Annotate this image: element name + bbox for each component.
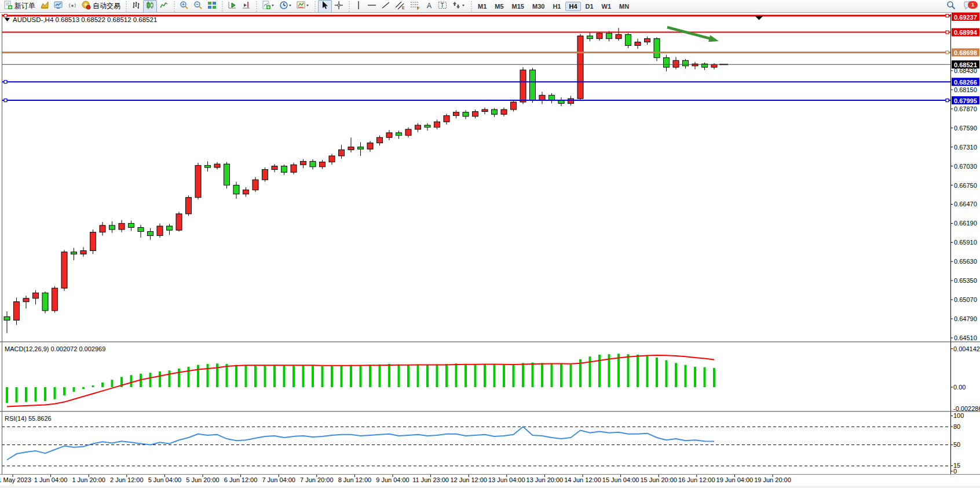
bar-chart-mode-button[interactable] (129, 0, 143, 13)
market-watch-button[interactable] (52, 0, 65, 13)
timeframe-button-M30[interactable]: M30 (529, 2, 548, 11)
svg-text:7 Jun 04:00: 7 Jun 04:00 (262, 476, 295, 483)
svg-text:0.67310: 0.67310 (954, 144, 977, 151)
svg-text:0.66750: 0.66750 (954, 182, 977, 189)
text-label-tool-button[interactable]: T (436, 0, 449, 13)
text-tool-button[interactable]: A (423, 0, 436, 13)
template-button[interactable] (294, 0, 312, 13)
line-chart-mode-button[interactable] (157, 0, 171, 13)
chart-shift-button[interactable] (239, 0, 253, 13)
auto-trading-label: 自动交易 (93, 1, 120, 11)
svg-text:0.65350: 0.65350 (954, 277, 977, 284)
timeframe-button-D1[interactable]: D1 (582, 2, 597, 11)
svg-text:6 Jun 12:00: 6 Jun 12:00 (224, 476, 258, 483)
time-axis[interactable]: 31 May 20231 Jun 04:001 Jun 20:002 Jun 1… (0, 475, 791, 483)
cursor-tool-button[interactable] (318, 0, 332, 13)
svg-text:19 Jun 04:00: 19 Jun 04:00 (716, 476, 754, 483)
svg-text:A: A (427, 1, 432, 9)
horizontal-line-icon (367, 1, 376, 12)
price-tag-0.69237: 0.69237 (952, 13, 979, 21)
svg-text:0.68266: 0.68266 (954, 79, 977, 86)
price-tag-0.68266: 0.68266 (952, 78, 979, 86)
chart-area[interactable]: MACD(12,26,9) 0.002072 0.0029690.0041420… (0, 13, 980, 488)
new-order-label: 新订单 (14, 1, 35, 11)
svg-text:16 Jun 12:00: 16 Jun 12:00 (678, 476, 715, 483)
price-tag-0.68994: 0.68994 (952, 28, 979, 37)
arrows-tool-button[interactable] (449, 0, 468, 13)
svg-text:E: E (402, 6, 405, 10)
svg-text:8 Jun 12:00: 8 Jun 12:00 (338, 476, 372, 483)
zoom-in-button[interactable] (177, 0, 191, 13)
toolbar-separator (469, 1, 473, 12)
timeframe-button-MN[interactable]: MN (616, 2, 632, 11)
svg-text:0.00: 0.00 (953, 384, 966, 391)
candlestick-icon (145, 1, 155, 12)
svg-text:0.68994: 0.68994 (954, 29, 978, 36)
hline-handle[interactable] (946, 51, 949, 54)
crosshair-tool-button[interactable] (332, 0, 346, 13)
svg-text:MACD(12,26,9) 0.002072 0.00296: MACD(12,26,9) 0.002072 0.002969 (5, 345, 105, 352)
new-order-button[interactable]: 新订单 (1, 0, 38, 13)
search-icon (946, 1, 956, 12)
svg-text:5 Jun 04:00: 5 Jun 04:00 (148, 476, 182, 483)
search-button[interactable] (944, 0, 958, 13)
svg-text:11 Jun 23:00: 11 Jun 23:00 (412, 476, 449, 483)
candlestick-mode-button[interactable] (143, 0, 157, 13)
line-chart-icon (159, 1, 169, 12)
hline-handle[interactable] (4, 99, 7, 102)
price-tag-0.68521: 0.68521 (952, 60, 979, 68)
period-selector-button[interactable] (277, 0, 294, 13)
hline-handle[interactable] (946, 99, 949, 102)
svg-text:12 Jun 12:00: 12 Jun 12:00 (450, 476, 487, 483)
hline-handle[interactable] (946, 14, 949, 17)
svg-text:0.66470: 0.66470 (954, 201, 977, 207)
svg-text:0.68698: 0.68698 (954, 49, 977, 56)
timeframe-button-M5[interactable]: M5 (491, 2, 507, 11)
svg-text:0.68521: 0.68521 (954, 61, 977, 68)
zoom-out-button[interactable] (191, 0, 205, 13)
trendline-tool-button[interactable] (379, 0, 393, 13)
trendline-icon (381, 1, 390, 12)
svg-text:13 Jun 04:00: 13 Jun 04:00 (488, 476, 525, 483)
timeframe-button-M15[interactable]: M15 (509, 2, 528, 11)
svg-text:0.67590: 0.67590 (954, 125, 977, 132)
notifications-button[interactable]: 1 (961, 0, 977, 13)
price-axis[interactable]: 0.684300.681500.678700.675900.673100.670… (950, 67, 977, 341)
toolbar-separator (347, 1, 351, 12)
add-indicator-button[interactable] (259, 0, 277, 13)
chart-title: AUDUSD-,H4 0.68513 0.68522 0.68512 0.685… (5, 16, 157, 23)
fibonacci-tool-button[interactable]: F (408, 0, 423, 13)
svg-text:1 Jun 04:00: 1 Jun 04:00 (34, 476, 68, 483)
auto-trading-icon (82, 1, 91, 12)
crosshair-icon (334, 1, 343, 12)
svg-text:0: 0 (953, 468, 957, 475)
toolbar-separator (254, 1, 258, 12)
hline-handle[interactable] (4, 81, 7, 83)
svg-text:50: 50 (953, 441, 960, 448)
notification-badge: 1 (968, 1, 978, 9)
arrows-tool-icon (452, 1, 466, 12)
new-chart-button[interactable] (38, 0, 52, 13)
fibonacci-icon: F (410, 1, 420, 12)
auto-scroll-button[interactable] (225, 0, 239, 13)
timeframe-button-W1[interactable]: W1 (598, 2, 615, 11)
signals-button[interactable] (65, 0, 79, 13)
auto-trading-button[interactable]: 自动交易 (79, 0, 123, 13)
vertical-line-tool-button[interactable] (352, 0, 365, 13)
signals-icon (68, 1, 77, 12)
svg-text:-0.002286: -0.002286 (953, 405, 980, 412)
timeframe-button-H1[interactable]: H1 (549, 2, 564, 11)
timeframe-button-M1[interactable]: M1 (474, 2, 490, 11)
equidistant-channel-tool-button[interactable]: E (393, 0, 408, 13)
svg-text:19 Jun 20:00: 19 Jun 20:00 (754, 476, 791, 483)
hline-handle[interactable] (4, 14, 7, 17)
svg-text:0.67030: 0.67030 (954, 163, 977, 170)
timeframe-bar: M1M5M15M30H1H4D1W1MN (474, 2, 632, 11)
hline-handle[interactable] (946, 31, 949, 34)
svg-text:14 Jun 12:00: 14 Jun 12:00 (564, 476, 601, 483)
svg-text:31 May 2023: 31 May 2023 (0, 476, 31, 483)
new-order-icon (3, 1, 13, 12)
timeframe-button-H4[interactable]: H4 (565, 2, 580, 11)
horizontal-line-tool-button[interactable] (365, 0, 379, 13)
tile-windows-button[interactable] (205, 0, 219, 13)
